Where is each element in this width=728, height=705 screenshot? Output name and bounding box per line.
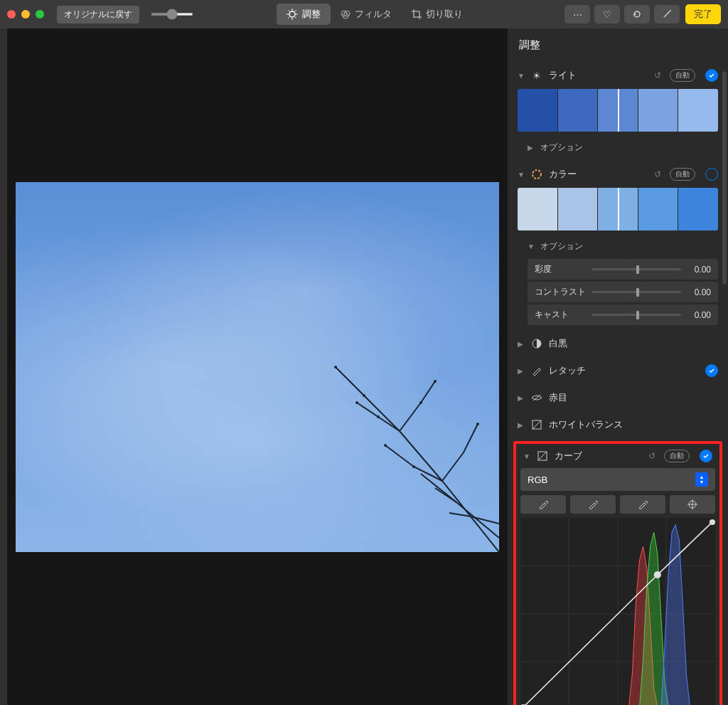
light-icon: ☀	[530, 70, 543, 81]
reset-icon[interactable]: ↺	[648, 451, 655, 461]
section-redeye: ▶ 赤目	[508, 384, 728, 411]
section-light: ▼ ☀ ライト ↺ 自動 ▶ オプション	[508, 62, 728, 161]
svg-point-19	[434, 380, 437, 383]
curves-graph[interactable]	[520, 518, 715, 705]
svg-line-8	[295, 11, 296, 12]
section-curves-highlight: ▼ カーブ ↺ 自動 RGB ▲▼	[513, 441, 722, 705]
svg-point-22	[412, 465, 415, 468]
chevron-down-icon: ▼	[523, 452, 530, 460]
curves-toggle[interactable]	[700, 450, 712, 462]
svg-point-42	[654, 571, 661, 578]
window-controls	[7, 10, 44, 18]
add-point-button[interactable]	[670, 495, 715, 514]
scrollbar[interactable]	[722, 71, 727, 285]
svg-point-25	[532, 170, 541, 179]
tab-adjust[interactable]: 調整	[277, 4, 331, 25]
chevron-right-icon: ▶	[518, 421, 525, 429]
section-wb-header[interactable]: ▶ ホワイトバランス	[518, 414, 718, 435]
saturation-slider-row[interactable]: 彩度 0.00	[528, 259, 718, 280]
tab-filter[interactable]: フィルタ	[331, 4, 402, 25]
eyedropper-gray-button[interactable]	[570, 495, 616, 514]
color-thumbnail-strip[interactable]	[518, 188, 718, 230]
reset-icon[interactable]: ↺	[654, 70, 661, 80]
target-icon	[687, 499, 697, 509]
titlebar: オリジナルに戻す 調整 フィルタ 切り取り ⋯ ♡ 完了	[0, 0, 728, 28]
svg-point-20	[476, 423, 479, 425]
zoom-slider[interactable]	[151, 13, 193, 16]
section-curves-label: カーブ	[555, 450, 643, 462]
contrast-value: 0.00	[681, 287, 711, 297]
done-button[interactable]: 完了	[685, 4, 721, 24]
adjust-icon	[287, 9, 298, 20]
tab-crop-label: 切り取り	[426, 8, 463, 21]
cast-label: キャスト	[535, 309, 592, 321]
curves-channel-select[interactable]: RGB ▲▼	[520, 468, 715, 491]
svg-point-16	[334, 366, 337, 369]
svg-point-13	[668, 11, 670, 13]
chevron-right-icon: ▶	[518, 394, 525, 402]
color-icon	[530, 169, 543, 179]
color-toggle[interactable]	[705, 168, 718, 181]
section-light-header[interactable]: ▼ ☀ ライト ↺ 自動	[518, 65, 718, 86]
fullscreen-window-button[interactable]	[36, 10, 44, 18]
rotate-button[interactable]	[624, 5, 650, 23]
cast-value: 0.00	[681, 310, 711, 320]
tab-crop[interactable]: 切り取り	[402, 4, 473, 25]
tree-branches	[314, 339, 499, 552]
light-thumbnail-strip[interactable]	[518, 89, 718, 132]
saturation-slider[interactable]	[592, 268, 681, 270]
canvas-area	[0, 28, 508, 705]
curves-channel-label: RGB	[528, 475, 547, 485]
saturation-value: 0.00	[681, 265, 711, 275]
rotate-icon	[632, 9, 642, 19]
contrast-slider-row[interactable]: コントラスト 0.00	[528, 282, 718, 302]
eyedropper-icon	[638, 499, 648, 509]
color-auto-button[interactable]: 自動	[670, 168, 695, 181]
tab-adjust-label: 調整	[302, 8, 321, 21]
contrast-slider[interactable]	[592, 291, 681, 293]
chevron-right-icon: ▶	[518, 367, 525, 375]
favorite-button[interactable]: ♡	[594, 5, 620, 23]
more-button[interactable]: ⋯	[564, 5, 590, 23]
section-retouch-label: レタッチ	[549, 364, 695, 377]
section-redeye-header[interactable]: ▶ 赤目	[518, 387, 718, 408]
auto-enhance-button[interactable]	[654, 5, 680, 23]
section-retouch: ▶ レタッチ	[508, 357, 728, 384]
adjustments-sidebar: 調整 ▼ ☀ ライト ↺ 自動 ▶ オプション ▼	[508, 28, 728, 705]
chevron-down-icon: ▼	[518, 72, 525, 80]
section-redeye-label: 赤目	[549, 391, 718, 404]
light-toggle[interactable]	[705, 69, 718, 82]
cast-slider-row[interactable]: キャスト 0.00	[528, 304, 718, 325]
saturation-label: 彩度	[535, 263, 592, 275]
svg-point-18	[384, 444, 387, 447]
section-curves-header[interactable]: ▼ カーブ ↺ 自動	[520, 448, 715, 464]
svg-line-7	[289, 17, 290, 18]
chevron-right-icon: ▶	[528, 144, 535, 152]
redeye-icon	[530, 393, 543, 402]
crop-icon	[412, 9, 422, 19]
svg-line-6	[295, 17, 296, 18]
eyedropper-white-button[interactable]	[620, 495, 665, 514]
retouch-toggle[interactable]	[705, 364, 718, 377]
svg-point-23	[419, 401, 422, 404]
cast-slider[interactable]	[592, 314, 681, 316]
section-retouch-header[interactable]: ▶ レタッチ	[518, 360, 718, 381]
section-color-header[interactable]: ▼ カラー ↺ 自動	[518, 164, 718, 185]
light-auto-button[interactable]: 自動	[670, 69, 695, 82]
light-options-toggle[interactable]: ▶ オプション	[518, 137, 718, 158]
color-options-toggle[interactable]: ▼ オプション	[518, 236, 718, 257]
chevron-down-icon: ▼	[518, 171, 525, 179]
svg-point-24	[377, 415, 380, 418]
minimize-window-button[interactable]	[21, 10, 30, 18]
svg-line-5	[289, 11, 290, 12]
chevron-right-icon: ▶	[518, 340, 525, 348]
svg-point-17	[363, 394, 365, 397]
close-window-button[interactable]	[7, 10, 16, 18]
revert-to-original-button[interactable]: オリジナルに戻す	[57, 6, 139, 23]
eyedropper-black-button[interactable]	[520, 495, 566, 514]
photo-preview[interactable]	[16, 182, 499, 552]
reset-icon[interactable]: ↺	[654, 169, 661, 179]
curves-auto-button[interactable]: 自動	[664, 450, 690, 462]
wand-icon	[662, 9, 672, 19]
section-bw-header[interactable]: ▶ 白黒	[518, 333, 718, 354]
